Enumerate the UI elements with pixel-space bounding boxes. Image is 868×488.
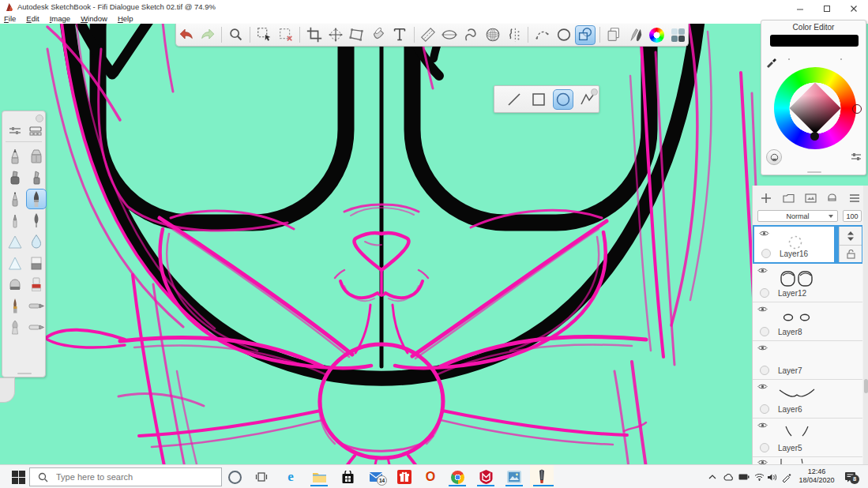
brush-glob[interactable] [5, 317, 25, 337]
layer-color-tag[interactable] [760, 443, 769, 452]
brush-water[interactable] [26, 231, 47, 252]
layer-visible-icon[interactable] [757, 306, 768, 313]
copic-swatches-button[interactable] [668, 25, 688, 45]
layer-color-tag[interactable] [760, 404, 769, 414]
brush-settings-button[interactable] [8, 126, 22, 137]
zoom-tool-button[interactable] [226, 25, 246, 45]
sketchbook-button[interactable] [532, 467, 552, 486]
tray-chevron-button[interactable] [705, 467, 720, 486]
menu-window[interactable]: Window [81, 14, 107, 23]
eyedropper-icon[interactable] [765, 55, 778, 68]
layer-reorder-icon[interactable] [846, 231, 855, 242]
taskbar-clock[interactable]: 12:46 18/04/2020 [796, 467, 837, 486]
brush-inking-quill[interactable] [26, 210, 47, 231]
chrome-button[interactable] [447, 467, 468, 486]
add-layer-icon[interactable] [761, 193, 772, 204]
ellipse-tool-button[interactable] [554, 25, 573, 45]
shapes-tool-button[interactable] [575, 25, 595, 45]
brush-detail[interactable] [5, 295, 25, 316]
layer-opacity-field[interactable]: 100 [843, 210, 862, 222]
color-puck-button[interactable] [766, 149, 782, 165]
brush-pen-side-2[interactable] [26, 317, 47, 337]
value-selector-dot[interactable] [810, 132, 819, 141]
layer-visible-icon[interactable] [757, 459, 768, 464]
layer-row-selected[interactable]: Layer16 [753, 225, 862, 264]
rectangle-shape-button[interactable] [528, 89, 549, 110]
layer-visible-icon[interactable] [757, 383, 768, 390]
layer-row[interactable]: Layer7 [753, 341, 862, 380]
blend-mode-dropdown[interactable]: Normal [757, 210, 838, 222]
layer-color-tag[interactable] [760, 327, 769, 336]
photos-button[interactable] [504, 467, 524, 486]
brush-library-button[interactable] [626, 25, 645, 45]
brush-paintbrush-selected[interactable] [26, 189, 47, 209]
mail-button[interactable]: 14 [366, 467, 386, 486]
layer-row[interactable]: Layer6 [753, 380, 862, 419]
menu-help[interactable]: Help [118, 14, 133, 23]
office-button[interactable]: O [420, 467, 441, 486]
brush-pencil[interactable] [5, 146, 25, 167]
layer-row[interactable]: Layer8 [753, 302, 862, 341]
store-button[interactable] [337, 467, 358, 486]
select-tool-button[interactable] [254, 25, 274, 45]
menu-image[interactable]: Image [50, 14, 70, 23]
volume-button[interactable] [765, 467, 779, 486]
drawing-canvas[interactable] [0, 24, 868, 464]
lock-open-icon[interactable] [847, 249, 855, 259]
onedrive-button[interactable] [721, 467, 735, 486]
menu-file[interactable]: File [4, 14, 16, 23]
cortana-button[interactable] [224, 467, 245, 486]
layer-visible-icon[interactable] [757, 267, 768, 274]
color-wheel-button[interactable] [647, 25, 667, 45]
gift-app-button[interactable] [394, 467, 415, 486]
hue-selector-ring[interactable] [852, 104, 862, 114]
taskbar-search[interactable] [29, 467, 222, 486]
symmetry-tool-button[interactable] [504, 25, 524, 45]
brush-hard-eraser[interactable] [5, 274, 25, 295]
layer-row[interactable]: Layer12 [753, 264, 862, 302]
brush-smear[interactable] [5, 231, 25, 252]
layer-row-partial[interactable] [753, 457, 862, 464]
brush-marker[interactable] [5, 167, 25, 188]
panel-resize-handle[interactable] [17, 373, 32, 374]
file-explorer-button[interactable] [309, 467, 329, 486]
distort-tool-button[interactable] [348, 25, 367, 45]
text-tool-button[interactable] [390, 25, 410, 45]
brush-flood[interactable] [26, 274, 47, 295]
action-center-button[interactable]: 8 [840, 467, 860, 486]
layers-scrollbar[interactable] [863, 186, 868, 464]
layer-color-tag[interactable] [760, 366, 769, 375]
layer-visible-icon[interactable] [757, 344, 768, 351]
search-input[interactable] [54, 471, 208, 482]
copy-layer-button[interactable] [604, 25, 624, 45]
brush-fineliner[interactable] [5, 210, 25, 231]
brush-sharp-smear[interactable] [5, 253, 25, 273]
fill-tool-button[interactable] [369, 25, 389, 45]
ruler-tool-button[interactable] [419, 25, 438, 45]
brush-library-toggle[interactable] [28, 126, 43, 137]
steady-stroke-button[interactable] [532, 25, 552, 45]
layers-scrollbar-thumb[interactable] [864, 379, 868, 393]
layer-visible-icon[interactable] [759, 230, 769, 237]
edge-button[interactable]: e [280, 467, 301, 486]
perspective-tool-button[interactable] [483, 25, 502, 45]
ellipse-shape-button[interactable] [553, 89, 573, 110]
layer-visible-icon[interactable] [757, 422, 768, 429]
layer-menu-icon[interactable] [849, 193, 860, 203]
deselect-button[interactable] [276, 25, 295, 45]
brush-airbrush[interactable] [26, 146, 47, 167]
windows-ink-button[interactable] [779, 467, 793, 486]
import-image-icon[interactable] [805, 193, 817, 203]
ellipse-guide-button[interactable] [440, 25, 460, 45]
color-sliders-icon[interactable] [851, 152, 862, 162]
transform-tool-button[interactable] [325, 25, 345, 45]
menu-edit[interactable]: Edit [26, 14, 39, 23]
crop-tool-button[interactable] [304, 25, 324, 45]
panel-resize-handle[interactable] [807, 171, 821, 173]
brush-chisel[interactable] [26, 167, 47, 188]
layer-eraser-icon[interactable] [827, 193, 837, 203]
mcafee-button[interactable] [475, 467, 496, 486]
layer-color-tag[interactable] [760, 288, 769, 298]
brush-pen-side[interactable] [26, 295, 47, 316]
line-shape-button[interactable] [504, 89, 524, 110]
